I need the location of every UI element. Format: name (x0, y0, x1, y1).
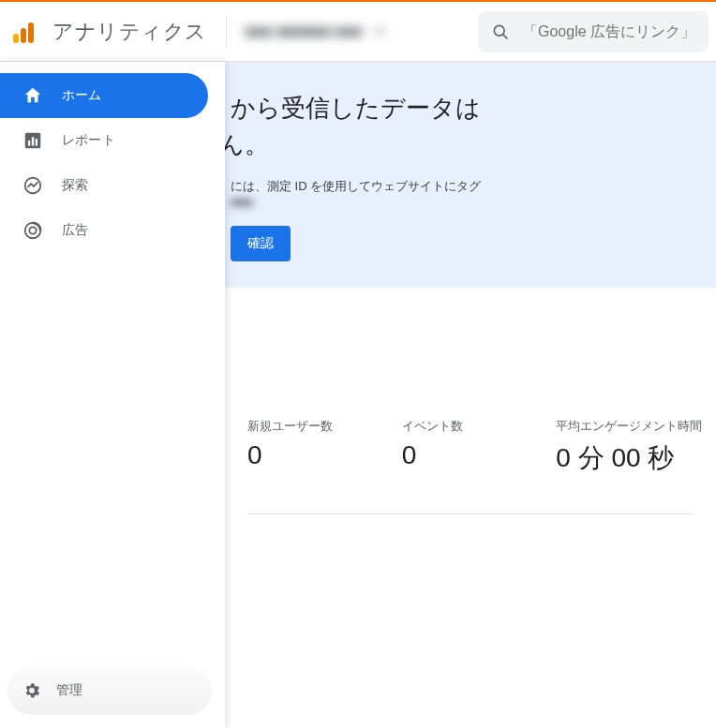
brand[interactable]: アナリティクス (7, 18, 207, 46)
chevron-down-icon (375, 29, 384, 35)
sidebar-item-label: 探索 (62, 177, 88, 194)
explore-icon (22, 175, 43, 196)
divider (247, 513, 694, 514)
sidebar-item-label: レポート (62, 132, 115, 149)
metric-value: 0 (402, 440, 557, 470)
svg-rect-3 (28, 141, 30, 146)
property-picker[interactable]: ■■■ ■■■■■■ ■■■ (246, 23, 385, 40)
sidebar-item-admin[interactable]: 管理 (7, 666, 212, 715)
svg-line-1 (503, 34, 508, 38)
no-data-banner: から受信したデータは ん。 には、測定 ID を使用してウェブサイトにタグ ■■… (225, 62, 716, 288)
sidebar: ホーム レポート 探索 広告 管理 (0, 62, 225, 728)
sidebar-item-label: ホーム (62, 87, 102, 104)
sidebar-item-explore[interactable]: 探索 (0, 163, 208, 208)
admin-label: 管理 (56, 682, 82, 699)
metric-value: 0 (247, 440, 402, 470)
search-input[interactable] (523, 23, 692, 40)
banner-description: には、測定 ID を使用してウェブサイトにタグ ■■■ (231, 178, 716, 209)
banner-title: から受信したデータは ん。 (231, 90, 716, 163)
metric-label: 平均エンゲージメント時間 (556, 418, 710, 435)
sidebar-item-reports[interactable]: レポート (0, 118, 208, 163)
metric-label: イベント数 (402, 418, 557, 435)
svg-rect-4 (32, 137, 34, 145)
bar-chart-icon (22, 130, 43, 151)
metrics-row: 新規ユーザー数 0 イベント数 0 平均エンゲージメント時間 0 分 00 秒 (225, 394, 716, 513)
svg-point-8 (29, 227, 36, 233)
svg-point-0 (494, 25, 504, 36)
metric-engagement: 平均エンゲージメント時間 0 分 00 秒 (556, 418, 710, 476)
analytics-logo-icon (13, 21, 36, 43)
sidebar-item-ads[interactable]: 広告 (0, 208, 208, 253)
metric-events: イベント数 0 (402, 418, 557, 476)
metric-value: 0 分 00 秒 (556, 440, 710, 476)
property-label: ■■■ ■■■■■■ ■■■ (246, 23, 363, 40)
main-content: から受信したデータは ん。 には、測定 ID を使用してウェブサイトにタグ ■■… (225, 62, 716, 728)
metric-new-users: 新規ユーザー数 0 (247, 418, 402, 476)
home-icon (22, 85, 43, 106)
gear-icon (22, 681, 41, 700)
confirm-button[interactable]: 確認 (231, 226, 291, 261)
search-icon (491, 22, 510, 41)
sidebar-item-home[interactable]: ホーム (0, 73, 208, 118)
ads-icon (22, 220, 43, 241)
sidebar-item-label: 広告 (62, 222, 88, 239)
metric-label: 新規ユーザー数 (247, 418, 402, 435)
search-box[interactable] (478, 11, 709, 52)
product-name: アナリティクス (52, 18, 207, 46)
svg-rect-5 (36, 139, 37, 145)
divider (226, 17, 227, 47)
app-header: アナリティクス ■■■ ■■■■■■ ■■■ (0, 2, 716, 62)
